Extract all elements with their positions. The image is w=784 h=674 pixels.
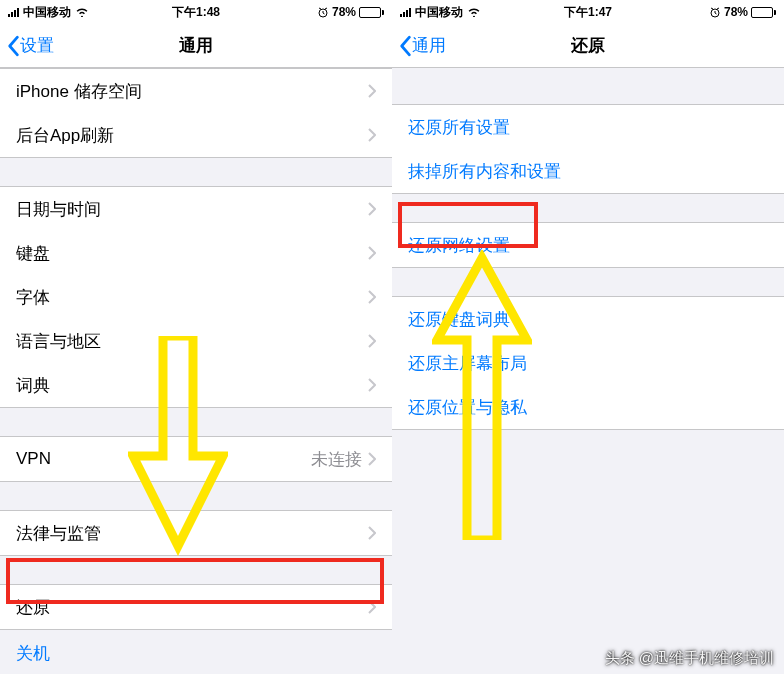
chevron-right-icon [368, 452, 376, 466]
row-reset-network[interactable]: 还原网络设置 [392, 223, 784, 267]
signal-icon [8, 7, 19, 17]
nav-back-button[interactable]: 设置 [0, 34, 54, 57]
nav-back-button[interactable]: 通用 [392, 34, 446, 57]
battery-icon [751, 7, 776, 18]
signal-icon [400, 7, 411, 17]
status-bar: 中国移动 下午1:48 78% [0, 0, 392, 24]
status-time: 下午1:47 [564, 4, 612, 21]
wifi-icon [75, 7, 89, 17]
alarm-icon [317, 6, 329, 18]
row-reset-location[interactable]: 还原位置与隐私 [392, 385, 784, 429]
chevron-right-icon [368, 334, 376, 348]
nav-title: 还原 [571, 34, 605, 57]
chevron-right-icon [368, 84, 376, 98]
row-reset-all[interactable]: 还原所有设置 [392, 105, 784, 149]
status-time: 下午1:48 [172, 4, 220, 21]
status-bar: 中国移动 下午1:47 78% [392, 0, 784, 24]
row-reset[interactable]: 还原 [0, 585, 392, 629]
alarm-icon [709, 6, 721, 18]
row-label: 还原 [16, 596, 50, 619]
watermark: 头条 @迅维手机维修培训 [605, 649, 774, 668]
content-reset: 还原所有设置 抹掉所有内容和设置 还原网络设置 还原键盘词典 还原主屏幕布局 [392, 68, 784, 674]
nav-title: 通用 [179, 34, 213, 57]
row-label: 抹掉所有内容和设置 [408, 160, 561, 183]
row-bg-refresh[interactable]: 后台App刷新 [0, 113, 392, 157]
content-general: iPhone 储存空间 后台App刷新 日期与时间 键盘 [0, 68, 392, 674]
row-value: 未连接 [311, 448, 362, 471]
screen-reset: 中国移动 下午1:47 78% 通用 还原 还原所有设置 [392, 0, 784, 674]
row-label: 词典 [16, 374, 50, 397]
row-dictionary[interactable]: 词典 [0, 363, 392, 407]
row-datetime[interactable]: 日期与时间 [0, 187, 392, 231]
row-label: 法律与监管 [16, 522, 101, 545]
chevron-right-icon [368, 600, 376, 614]
screen-general: 中国移动 下午1:48 78% 设置 通用 iPhone 储存空间 [0, 0, 392, 674]
chevron-right-icon [368, 526, 376, 540]
row-label: iPhone 储存空间 [16, 80, 142, 103]
chevron-left-icon [6, 35, 20, 57]
nav-bar: 设置 通用 [0, 24, 392, 68]
row-label: 还原键盘词典 [408, 308, 510, 331]
row-font[interactable]: 字体 [0, 275, 392, 319]
row-label: 还原所有设置 [408, 116, 510, 139]
carrier-label: 中国移动 [23, 4, 71, 21]
row-label: 语言与地区 [16, 330, 101, 353]
row-label: 键盘 [16, 242, 50, 265]
row-shutdown[interactable]: 关机 [0, 630, 392, 674]
chevron-right-icon [368, 246, 376, 260]
row-vpn[interactable]: VPN 未连接 [0, 437, 392, 481]
row-storage[interactable]: iPhone 储存空间 [0, 69, 392, 113]
row-reset-keyboard[interactable]: 还原键盘词典 [392, 297, 784, 341]
battery-icon [359, 7, 384, 18]
row-legal[interactable]: 法律与监管 [0, 511, 392, 555]
row-label: 字体 [16, 286, 50, 309]
row-keyboard[interactable]: 键盘 [0, 231, 392, 275]
nav-back-label: 设置 [20, 34, 54, 57]
row-label: VPN [16, 449, 51, 469]
wifi-icon [467, 7, 481, 17]
chevron-right-icon [368, 378, 376, 392]
carrier-label: 中国移动 [415, 4, 463, 21]
nav-back-label: 通用 [412, 34, 446, 57]
row-label: 还原主屏幕布局 [408, 352, 527, 375]
row-erase-all[interactable]: 抹掉所有内容和设置 [392, 149, 784, 193]
row-label: 还原网络设置 [408, 234, 510, 257]
row-label: 日期与时间 [16, 198, 101, 221]
chevron-left-icon [398, 35, 412, 57]
row-label: 后台App刷新 [16, 124, 114, 147]
chevron-right-icon [368, 290, 376, 304]
battery-percent: 78% [724, 5, 748, 19]
chevron-right-icon [368, 202, 376, 216]
nav-bar: 通用 还原 [392, 24, 784, 68]
row-label: 还原位置与隐私 [408, 396, 527, 419]
row-label: 关机 [16, 644, 50, 663]
row-lang-region[interactable]: 语言与地区 [0, 319, 392, 363]
battery-percent: 78% [332, 5, 356, 19]
row-reset-home[interactable]: 还原主屏幕布局 [392, 341, 784, 385]
chevron-right-icon [368, 128, 376, 142]
